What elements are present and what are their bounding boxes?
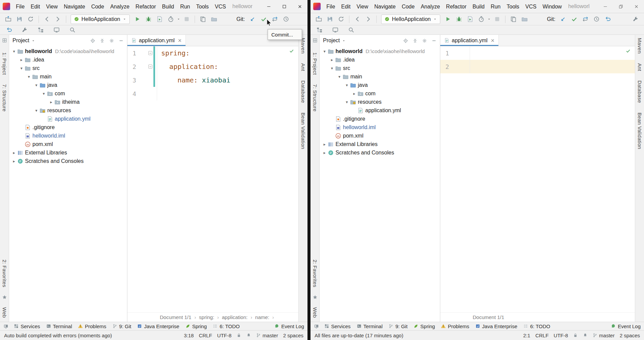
settings-wrench-button[interactable] xyxy=(630,15,641,24)
run-anything-button[interactable] xyxy=(51,25,62,35)
menu-build[interactable]: Build xyxy=(470,0,488,13)
tree-item-itheima[interactable]: ▸itheima xyxy=(9,98,127,106)
menu-run[interactable]: Run xyxy=(488,0,503,13)
tree-item-gitignore[interactable]: .gitignore xyxy=(320,115,440,123)
toolwindow-stripe-web[interactable]: Web xyxy=(2,307,7,318)
tree-item-gitignore[interactable]: .gitignore xyxy=(9,123,127,131)
menu-analyze[interactable]: Analyze xyxy=(107,0,132,13)
fold-marker-icon[interactable]: − xyxy=(148,65,152,69)
menu-refactor[interactable]: Refactor xyxy=(132,0,159,13)
close-button[interactable] xyxy=(628,0,644,13)
collapse-all-button[interactable] xyxy=(413,38,418,43)
commit-button[interactable] xyxy=(569,15,580,24)
search-everywhere-button[interactable] xyxy=(346,25,357,35)
toolwindow-stripe-web[interactable]: Web xyxy=(312,307,318,318)
locate-file-button[interactable] xyxy=(403,38,408,43)
status-lock[interactable] xyxy=(573,333,578,338)
toolwindow-stripe-ant[interactable]: Ant xyxy=(637,63,643,71)
toolwindow-button-java-enterprise[interactable]: Java Enterprise xyxy=(475,323,517,329)
tree-item-com[interactable]: ▸com xyxy=(320,89,440,98)
close-button[interactable] xyxy=(292,0,307,13)
settings-gear-button[interactable] xyxy=(422,38,427,43)
chevron-down-icon[interactable] xyxy=(176,15,181,24)
menu-code[interactable]: Code xyxy=(399,0,418,13)
stop-button[interactable] xyxy=(181,15,192,24)
toolwindow-button-6-todo[interactable]: 6: TODO xyxy=(523,323,550,329)
status-master[interactable]: master xyxy=(593,333,615,338)
tree-item-application-yml[interactable]: application.yml xyxy=(320,106,440,115)
expand-arrow-icon[interactable]: ▾ xyxy=(33,83,39,88)
menu-code[interactable]: Code xyxy=(88,0,107,13)
history-button[interactable] xyxy=(280,15,292,24)
toolwindow-stripe-7-structure[interactable]: 7: Structure xyxy=(2,84,7,112)
run-anything-button[interactable] xyxy=(330,25,341,35)
close-tab-icon[interactable]: × xyxy=(178,38,182,44)
breadcrumb-application[interactable]: application: xyxy=(222,314,248,320)
expand-arrow-icon[interactable]: ▸ xyxy=(322,142,327,147)
menu-tools[interactable]: Tools xyxy=(193,0,212,13)
menu-view[interactable]: View xyxy=(43,0,60,13)
compare-button[interactable] xyxy=(580,15,591,24)
toolwindow-switcher-button[interactable] xyxy=(3,324,8,329)
toolwindow-stripe-ant[interactable]: Ant xyxy=(300,63,306,71)
breadcrumb-name[interactable]: name: xyxy=(255,314,269,320)
toolwindow-stripe-maven[interactable]: Maven xyxy=(300,38,306,54)
tree-item-application-yml[interactable]: application.yml xyxy=(9,115,127,123)
expand-arrow-icon[interactable]: ▸ xyxy=(11,159,17,164)
toolwindow-switcher-button[interactable] xyxy=(314,324,319,329)
tree-item-src[interactable]: ▾src xyxy=(320,64,440,72)
menu-analyze[interactable]: Analyze xyxy=(418,0,443,13)
save-all-button[interactable] xyxy=(324,15,336,24)
menu-refactor[interactable]: Refactor xyxy=(443,0,469,13)
expand-arrow-icon[interactable]: ▸ xyxy=(11,150,17,155)
project-structure-button[interactable] xyxy=(314,25,325,35)
toolwindow-button-9-git[interactable]: 9: Git xyxy=(389,323,407,329)
toolwindow-button-spring[interactable]: Spring xyxy=(414,323,435,329)
project-structure-button[interactable] xyxy=(35,25,46,35)
open-project-button[interactable] xyxy=(208,15,220,24)
tree-item-main[interactable]: ▾main xyxy=(320,72,440,81)
toolwindow-stripe-bean-validation[interactable]: Bean Validation xyxy=(300,113,306,149)
expand-arrow-icon[interactable]: ▾ xyxy=(344,100,350,104)
toolwindow-stripe-2-favorites[interactable]: 2: Favorites xyxy=(312,260,318,287)
undo-button[interactable] xyxy=(3,25,15,35)
inspections-ok-icon[interactable] xyxy=(289,49,294,53)
expand-arrow-icon[interactable]: ▾ xyxy=(41,91,47,96)
expand-arrow-icon[interactable]: ▾ xyxy=(26,74,32,79)
toolwindow-stripe-1-project[interactable]: 1: Project xyxy=(312,52,318,75)
search-everywhere-button[interactable] xyxy=(67,25,78,35)
tree-item-java[interactable]: ▾java xyxy=(9,81,127,89)
menu-file[interactable]: File xyxy=(323,0,338,13)
status-2-spaces[interactable]: 2 spaces xyxy=(620,333,640,338)
expand-arrow-icon[interactable]: ▾ xyxy=(11,49,17,54)
project-view-selector[interactable]: Project xyxy=(323,38,340,44)
copy-button[interactable] xyxy=(508,15,519,24)
open-file-button[interactable] xyxy=(3,15,14,24)
synchronize-button[interactable] xyxy=(25,15,36,24)
favorites-star-icon[interactable] xyxy=(313,295,318,300)
code-editor[interactable]: 12 xyxy=(440,46,635,312)
expand-arrow-icon[interactable]: ▾ xyxy=(337,74,342,79)
expand-arrow-icon[interactable]: ▸ xyxy=(322,150,327,155)
toolwindow-grid-icon[interactable] xyxy=(313,38,318,43)
toolwindow-button-event-log[interactable]: Event Log xyxy=(611,323,641,329)
status-bell[interactable] xyxy=(583,333,588,338)
debug-button[interactable] xyxy=(453,15,465,24)
tree-item-resources[interactable]: ▾resources xyxy=(9,106,127,115)
history-button[interactable] xyxy=(591,15,602,24)
toolwindow-stripe-2-favorites[interactable]: 2: Favorites xyxy=(2,260,7,287)
toolwindow-button-problems[interactable]: Problems xyxy=(441,323,469,329)
toolwindow-button-6-todo[interactable]: 6: TODO xyxy=(213,323,240,329)
toolwindow-button-spring[interactable]: Spring xyxy=(185,323,207,329)
tree-item-idea[interactable]: ▸.idea xyxy=(320,55,440,64)
tree-item-resources[interactable]: ▾resources xyxy=(320,98,440,106)
menu-vcs[interactable]: VCS xyxy=(212,0,229,13)
toolwindow-button-services[interactable]: Services xyxy=(324,323,351,329)
profiler-button[interactable] xyxy=(476,15,487,24)
locate-file-button[interactable] xyxy=(90,38,95,43)
toolwindow-stripe-database[interactable]: Database xyxy=(637,80,643,103)
toolwindow-button-java-enterprise[interactable]: Java Enterprise xyxy=(137,323,179,329)
run-button[interactable] xyxy=(132,15,143,24)
back-button[interactable] xyxy=(352,15,363,24)
collapse-all-button[interactable] xyxy=(100,38,105,43)
